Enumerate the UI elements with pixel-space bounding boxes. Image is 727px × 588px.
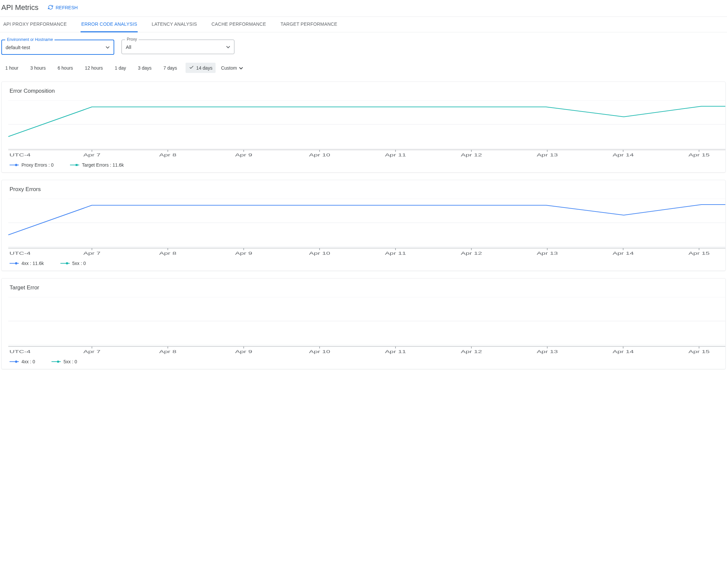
chart-target-error: UTC-4 Apr 7 Apr 8 Apr 9 Apr 10 Apr 11 Ap… xyxy=(2,297,725,356)
svg-text:Apr 9: Apr 9 xyxy=(235,153,252,158)
tab-bar: API PROXY PERFORMANCE ERROR CODE ANALYSI… xyxy=(0,17,727,32)
svg-text:Apr 15: Apr 15 xyxy=(688,153,709,158)
svg-text:Apr 9: Apr 9 xyxy=(235,251,252,256)
panel-error-composition: Error Composition UTC-4 Apr 7 Apr 8 Apr … xyxy=(1,82,726,172)
svg-text:Apr 8: Apr 8 xyxy=(159,251,176,256)
panel-proxy-errors-title: Proxy Errors xyxy=(2,186,725,198)
svg-text:Apr 11: Apr 11 xyxy=(385,350,406,354)
svg-text:Apr 13: Apr 13 xyxy=(537,350,558,354)
svg-text:Apr 15: Apr 15 xyxy=(688,251,709,256)
svg-point-24 xyxy=(15,164,18,166)
time-range-selector: 1 hour 3 hours 6 hours 12 hours 1 day 3 … xyxy=(0,56,727,78)
time-range-7d[interactable]: 7 days xyxy=(160,63,180,72)
legend-proxy-errors-label: Proxy Errors : 0 xyxy=(21,162,54,168)
environment-select-value: default-test xyxy=(6,45,30,50)
panel-target-error: Target Error UTC-4 Apr 7 Apr 8 Apr 9 Apr… xyxy=(1,278,726,369)
svg-text:UTC-4: UTC-4 xyxy=(9,251,31,256)
time-range-3d[interactable]: 3 days xyxy=(135,63,155,72)
refresh-button[interactable]: REFRESH xyxy=(47,4,78,11)
environment-select-label: Environment or Hostname xyxy=(5,37,55,42)
svg-text:Apr 14: Apr 14 xyxy=(613,350,634,354)
svg-text:Apr 15: Apr 15 xyxy=(688,350,709,354)
legend-target-5xx-label: 5xx : 0 xyxy=(63,359,77,364)
legend-target-5xx-icon xyxy=(52,360,61,363)
time-range-14d-label: 14 days xyxy=(196,65,212,70)
legend-target-errors[interactable]: Target Errors : 11.6k xyxy=(70,162,124,168)
tab-api-proxy-performance[interactable]: API PROXY PERFORMANCE xyxy=(3,17,67,32)
legend-proxy-errors: 4xx : 11.6k 5xx : 0 xyxy=(2,258,725,266)
legend-5xx-label: 5xx : 0 xyxy=(72,261,86,266)
legend-target-error: 4xx : 0 5xx : 0 xyxy=(2,356,725,364)
svg-text:Apr 7: Apr 7 xyxy=(83,251,100,256)
svg-point-78 xyxy=(15,361,18,363)
legend-4xx-icon xyxy=(9,262,19,265)
legend-5xx[interactable]: 5xx : 0 xyxy=(60,261,86,266)
time-range-3h[interactable]: 3 hours xyxy=(27,63,49,72)
panel-target-error-title: Target Error xyxy=(2,285,725,297)
svg-text:Apr 14: Apr 14 xyxy=(613,251,634,256)
legend-target-4xx[interactable]: 4xx : 0 xyxy=(9,359,35,364)
svg-text:Apr 12: Apr 12 xyxy=(461,350,482,354)
svg-text:UTC-4: UTC-4 xyxy=(9,153,31,158)
tab-target-performance[interactable]: TARGET PERFORMANCE xyxy=(280,17,338,32)
svg-rect-26 xyxy=(76,164,78,166)
time-range-custom[interactable]: Custom xyxy=(221,65,243,70)
refresh-icon xyxy=(47,4,54,11)
svg-text:Apr 10: Apr 10 xyxy=(309,153,330,158)
svg-text:Apr 8: Apr 8 xyxy=(159,153,176,158)
legend-target-4xx-icon xyxy=(9,360,19,363)
svg-text:Apr 14: Apr 14 xyxy=(613,153,634,158)
legend-4xx-label: 4xx : 11.6k xyxy=(21,261,44,266)
time-range-14d[interactable]: 14 days xyxy=(185,63,216,73)
svg-text:Apr 7: Apr 7 xyxy=(83,153,100,158)
legend-proxy-errors[interactable]: Proxy Errors : 0 xyxy=(9,162,54,168)
tab-error-code-analysis[interactable]: ERROR CODE ANALYSIS xyxy=(81,17,138,32)
legend-5xx-icon xyxy=(60,262,70,265)
time-range-1d[interactable]: 1 day xyxy=(112,63,129,72)
svg-text:Apr 8: Apr 8 xyxy=(159,350,176,354)
page-title: API Metrics xyxy=(1,3,38,12)
filter-row: Environment or Hostname default-test Pro… xyxy=(0,32,727,56)
proxy-select-value: All xyxy=(126,44,132,50)
proxy-select[interactable]: Proxy All xyxy=(121,40,235,54)
svg-text:Apr 11: Apr 11 xyxy=(385,153,406,158)
chevron-down-icon xyxy=(226,44,230,49)
svg-text:Apr 7: Apr 7 xyxy=(83,350,100,354)
svg-text:Apr 12: Apr 12 xyxy=(461,251,482,256)
panel-error-composition-title: Error Composition xyxy=(2,88,725,100)
check-icon xyxy=(189,65,194,71)
chevron-down-icon xyxy=(106,45,109,50)
tab-latency-analysis[interactable]: LATENCY ANALYSIS xyxy=(151,17,198,32)
legend-proxy-errors-icon xyxy=(9,163,19,167)
svg-point-51 xyxy=(15,262,18,265)
svg-text:UTC-4: UTC-4 xyxy=(9,350,31,354)
chart-error-composition: UTC-4 Apr 7 Apr 8 Apr 9 Apr 10 Apr 11 Ap… xyxy=(2,100,725,160)
tab-cache-performance[interactable]: CACHE PERFORMANCE xyxy=(211,17,267,32)
svg-text:Apr 9: Apr 9 xyxy=(235,350,252,354)
svg-text:Apr 12: Apr 12 xyxy=(461,153,482,158)
legend-4xx[interactable]: 4xx : 11.6k xyxy=(9,261,44,266)
panel-proxy-errors: Proxy Errors UTC-4 Apr 7 Apr 8 Apr 9 Apr… xyxy=(1,180,726,271)
svg-text:Apr 10: Apr 10 xyxy=(309,350,330,354)
svg-rect-53 xyxy=(66,262,68,264)
svg-text:Apr 10: Apr 10 xyxy=(309,251,330,256)
legend-target-errors-icon xyxy=(70,163,79,167)
legend-target-4xx-label: 4xx : 0 xyxy=(21,359,35,364)
svg-text:Apr 11: Apr 11 xyxy=(385,251,406,256)
svg-text:Apr 13: Apr 13 xyxy=(537,153,558,158)
time-range-6h[interactable]: 6 hours xyxy=(54,63,76,72)
time-range-custom-label: Custom xyxy=(221,65,237,70)
legend-target-5xx[interactable]: 5xx : 0 xyxy=(52,359,77,364)
time-range-12h[interactable]: 12 hours xyxy=(82,63,106,72)
legend-error-composition: Proxy Errors : 0 Target Errors : 11.6k xyxy=(2,160,725,168)
svg-rect-80 xyxy=(57,361,59,363)
proxy-select-label: Proxy xyxy=(125,37,139,42)
svg-text:Apr 13: Apr 13 xyxy=(537,251,558,256)
time-range-1h[interactable]: 1 hour xyxy=(2,63,22,72)
environment-select[interactable]: Environment or Hostname default-test xyxy=(1,40,114,55)
refresh-label: REFRESH xyxy=(56,5,78,10)
chart-proxy-errors: UTC-4 Apr 7 Apr 8 Apr 9 Apr 10 Apr 11 Ap… xyxy=(2,198,725,258)
chevron-down-icon xyxy=(239,65,243,70)
legend-target-errors-label: Target Errors : 11.6k xyxy=(82,162,124,168)
